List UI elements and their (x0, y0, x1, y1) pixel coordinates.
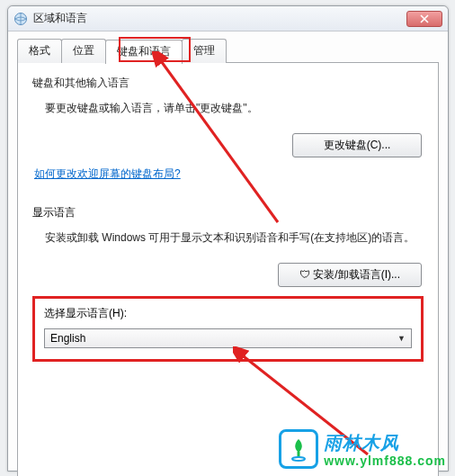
close-icon (420, 14, 429, 23)
tab-strip: 格式 位置 键盘和语言 管理 (17, 39, 439, 63)
chevron-down-icon: ▼ (397, 334, 406, 343)
annotation-dropdown-highlight: 选择显示语言(H): English ▼ (32, 296, 424, 362)
watermark: 雨林木风 www.ylmf888.com (279, 429, 446, 469)
titlebar[interactable]: 区域和语言 (8, 6, 448, 31)
watermark-brand: 雨林木风 (324, 431, 446, 455)
tab-format[interactable]: 格式 (17, 39, 62, 63)
dropdown-selected-value: English (50, 332, 85, 345)
watermark-url: www.ylmf888.com (324, 454, 446, 468)
change-keyboard-button[interactable]: 更改键盘(C)... (292, 133, 422, 157)
keyboard-section-desc: 要更改键盘或输入语言，请单击"更改键盘"。 (45, 100, 424, 117)
keyboard-section-title: 键盘和其他输入语言 (32, 76, 424, 91)
watermark-logo-icon (279, 429, 318, 469)
region-language-window: 区域和语言 格式 位置 键盘和语言 管理 键盘和其他输入语言 要更改键盘或输入语… (7, 5, 449, 472)
tab-location[interactable]: 位置 (61, 39, 106, 63)
display-language-desc: 安装或卸载 Windows 可用于显示文本和识别语音和手写(在支持地区)的语言。 (45, 229, 424, 247)
welcome-keyboard-link[interactable]: 如何更改欢迎屏幕的键盘布局? (34, 167, 181, 180)
tab-admin[interactable]: 管理 (182, 39, 227, 63)
svg-point-4 (292, 457, 305, 461)
window-body: 格式 位置 键盘和语言 管理 键盘和其他输入语言 要更改键盘或输入语言，请单击"… (8, 31, 448, 471)
watermark-text: 雨林木风 www.ylmf888.com (324, 431, 446, 468)
display-language-title: 显示语言 (32, 205, 424, 220)
globe-icon (13, 12, 28, 26)
display-language-dropdown-label: 选择显示语言(H): (44, 306, 412, 321)
install-uninstall-button[interactable]: 🛡 安装/卸载语言(I)... (278, 263, 422, 287)
tab-panel-keyboard-language: 键盘和其他输入语言 要更改键盘或输入语言，请单击"更改键盘"。 更改键盘(C).… (17, 62, 439, 476)
display-language-dropdown[interactable]: English ▼ (44, 328, 412, 348)
tab-keyboard-language[interactable]: 键盘和语言 (105, 40, 183, 64)
close-button[interactable] (406, 11, 442, 27)
window-title: 区域和语言 (33, 11, 87, 26)
